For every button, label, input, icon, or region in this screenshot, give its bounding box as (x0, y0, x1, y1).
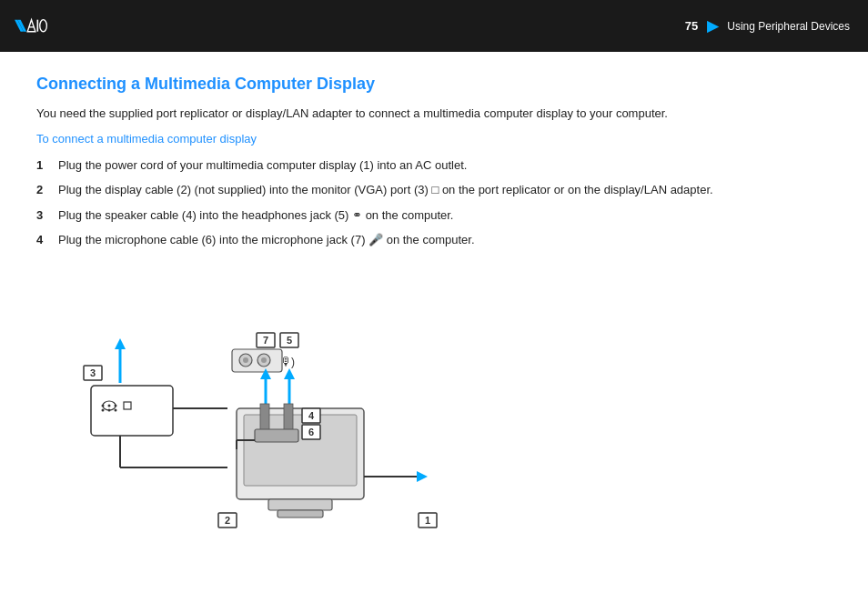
svg-point-8 (102, 408, 105, 411)
step-2: 2 Plug the display cable (2) (not suppli… (36, 181, 832, 199)
header-arrow: ▶ (707, 17, 718, 35)
svg-point-7 (115, 404, 117, 407)
svg-rect-43 (260, 404, 269, 431)
svg-point-2 (40, 19, 47, 31)
header-right: 75 ▶ Using Peripheral Devices (685, 17, 850, 35)
svg-point-32 (261, 357, 267, 363)
page-number: 75 (685, 19, 698, 33)
step-text-3: Plug the speaker cable (4) into the head… (58, 206, 832, 225)
svg-text:1: 1 (425, 515, 430, 526)
svg-marker-15 (115, 338, 126, 349)
step-text-4: Plug the microphone cable (6) into the m… (58, 231, 832, 249)
svg-text:6: 6 (308, 427, 314, 437)
section-label: Using Peripheral Devices (727, 20, 850, 33)
sub-heading: To connect a multimedia computer display (36, 132, 832, 146)
diagram: 3 2 1 (64, 267, 537, 540)
svg-text:5: 5 (287, 335, 292, 346)
vaio-logo-icon (14, 14, 48, 39)
step-4: 4 Plug the microphone cable (6) into the… (36, 231, 832, 249)
step-text-1: Plug the power cord of your multimedia c… (58, 156, 832, 175)
svg-text:2: 2 (225, 515, 230, 526)
svg-text:4: 4 (308, 410, 315, 421)
svg-text:7: 7 (263, 335, 268, 346)
svg-point-30 (243, 357, 248, 363)
svg-point-6 (108, 404, 111, 407)
step-num-3: 3 (36, 206, 51, 225)
svg-marker-42 (284, 368, 295, 379)
content-area: Connecting a Multimedia Computer Display… (0, 52, 868, 558)
svg-point-5 (102, 404, 105, 407)
step-num-4: 4 (36, 231, 51, 249)
svg-text:): ) (291, 356, 295, 368)
svg-rect-1 (37, 19, 39, 31)
step-num-2: 2 (36, 181, 51, 199)
vaio-logo (14, 14, 48, 39)
step-text-2: Plug the display cable (2) (not supplied… (58, 181, 832, 199)
step-3: 3 Plug the speaker cable (4) into the he… (36, 206, 832, 225)
svg-rect-44 (284, 404, 293, 431)
header: 75 ▶ Using Peripheral Devices (0, 0, 868, 52)
svg-rect-20 (268, 499, 332, 510)
page-title: Connecting a Multimedia Computer Display (36, 75, 832, 94)
svg-text:3: 3 (90, 367, 96, 378)
svg-rect-21 (278, 510, 323, 518)
diagram-svg: 3 2 1 (64, 267, 537, 540)
intro-paragraph: You need the supplied port replicator or… (36, 105, 832, 123)
svg-marker-23 (417, 471, 428, 482)
step-num-1: 1 (36, 156, 51, 175)
steps-list: 1 Plug the power cord of your multimedia… (36, 156, 832, 249)
step-1: 1 Plug the power cord of your multimedia… (36, 156, 832, 175)
svg-rect-11 (124, 402, 131, 409)
svg-point-9 (108, 408, 111, 411)
svg-point-10 (115, 408, 117, 411)
svg-rect-45 (255, 429, 298, 442)
